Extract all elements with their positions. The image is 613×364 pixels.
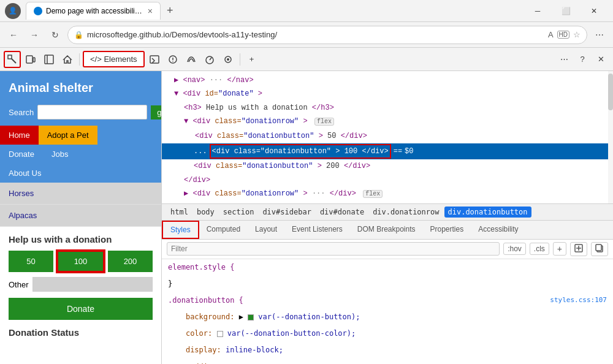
svg-point-9: [172, 61, 173, 62]
devtools-help-btn[interactable]: ?: [574, 51, 591, 68]
breadcrumb-section[interactable]: section: [219, 207, 258, 218]
address-bar[interactable]: 🔒 microsoftedge.github.io/Demos/devtools…: [67, 26, 587, 44]
lock-icon: 🔒: [74, 31, 83, 39]
svg-rect-2: [26, 56, 32, 63]
tree-line-donationrow2[interactable]: ▶ <div class="donationrow" > ··· </div> …: [162, 187, 613, 200]
site-nav-home[interactable]: Home: [0, 126, 39, 145]
read-aloud-icon: A: [548, 30, 554, 39]
breadcrumb-donationrow[interactable]: div.donationrow: [369, 207, 443, 218]
tab-favicon: [34, 7, 42, 15]
tree-line-btn-100[interactable]: ... <div class="donationbutton" > 100 </…: [162, 143, 613, 159]
donation-100-button[interactable]: 100: [57, 251, 104, 272]
site-list-item-alpacas[interactable]: Alpacas: [0, 205, 161, 227]
inspect-element-button[interactable]: [4, 51, 21, 68]
html-tree-scrollbar-thumb[interactable]: [608, 74, 613, 110]
devtools-panel: ▶ <nav> ··· </nav> ▼ <div id="donate" > …: [162, 71, 613, 364]
breadcrumb-sidebar[interactable]: div#sidebar: [259, 207, 314, 218]
donate-submit-button[interactable]: Donate: [9, 298, 153, 320]
element-style-close: }: [162, 276, 613, 292]
breadcrumb-bar: html body section div#sidebar div#donate…: [162, 203, 613, 221]
network-btn[interactable]: [183, 51, 200, 68]
svg-point-13: [227, 58, 229, 61]
color-swatch-color: [217, 331, 223, 337]
styles-filter-input[interactable]: [167, 242, 500, 256]
site-list-item-horses[interactable]: Horses: [0, 183, 161, 205]
donation-50-button[interactable]: 50: [9, 251, 53, 272]
hd-badge: HD: [557, 31, 569, 39]
new-tab-button[interactable]: +: [163, 4, 177, 17]
html-tree-scrollbar[interactable]: [608, 71, 613, 203]
elements-tab[interactable]: </> Elements: [83, 51, 145, 67]
site-search-input[interactable]: [37, 105, 147, 119]
hover-filter-btn[interactable]: :hov: [503, 243, 526, 255]
more-tools-button[interactable]: ⋯: [591, 26, 608, 44]
device-emulation-button[interactable]: [22, 51, 39, 68]
sidebar-toggle-button[interactable]: [40, 51, 58, 68]
styles-panel-content: element.style { } .donationbutton { styl…: [162, 259, 613, 364]
donation-other-input[interactable]: [32, 277, 153, 292]
favorite-icon[interactable]: ☆: [573, 30, 581, 39]
performance-btn[interactable]: [201, 51, 218, 68]
style-prop-padding: padding: ▶ 2px 5px;: [162, 359, 613, 364]
refresh-button[interactable]: ↻: [47, 26, 64, 44]
tab-accessibility[interactable]: Accessibility: [471, 221, 525, 239]
profile-avatar[interactable]: 👤: [5, 3, 21, 19]
more-tools-devtools-btn[interactable]: +: [243, 51, 261, 68]
tree-line-div-donate[interactable]: ▼ <div id="donate" >: [162, 87, 613, 100]
browser-tab[interactable]: Demo page with accessibility iss... ×: [26, 2, 161, 20]
class-filter-btn[interactable]: .cls: [530, 243, 549, 255]
donation-section-title: Help us with a donation: [9, 234, 153, 245]
home-button[interactable]: [59, 51, 76, 68]
tree-line-close-donationrow[interactable]: </div>: [162, 173, 613, 187]
tab-computed[interactable]: Computed: [199, 221, 248, 239]
breadcrumb-body[interactable]: body: [193, 207, 218, 218]
site-nav-adopt[interactable]: Adopt a Pet: [39, 126, 97, 145]
html-tree-area: ▶ <nav> ··· </nav> ▼ <div id="donate" > …: [162, 71, 613, 203]
tree-line-nav[interactable]: ▶ <nav> ··· </nav>: [162, 74, 613, 87]
memory-icon: [223, 55, 233, 64]
tab-close-btn[interactable]: ×: [148, 6, 153, 16]
donation-status-title: Donation Status: [0, 327, 161, 338]
forward-button[interactable]: →: [26, 26, 43, 44]
tab-layout[interactable]: Layout: [248, 221, 284, 239]
svg-rect-18: [596, 245, 601, 251]
site-search-button[interactable]: go: [151, 105, 162, 119]
issues-icon: [168, 55, 178, 64]
html-tree: ▶ <nav> ··· </nav> ▼ <div id="donate" > …: [162, 71, 613, 203]
tab-event-listeners[interactable]: Event Listeners: [284, 221, 350, 239]
tree-line-h3[interactable]: <h3> Help us with a donation </h3>: [162, 101, 613, 115]
console-tab-btn[interactable]: [146, 51, 163, 68]
devtools-more-btn[interactable]: ⋯: [555, 51, 573, 68]
devtools-toolbar: </> Elements + ⋯ ? ✕: [0, 48, 613, 71]
devtools-close-btn[interactable]: ✕: [592, 51, 609, 68]
tree-line-btn-200[interactable]: <div class="donationbutton" > 200 </div>: [162, 159, 613, 173]
memory-btn[interactable]: [219, 51, 237, 68]
tab-styles[interactable]: Styles: [162, 221, 199, 239]
donation-other-row: Other: [9, 277, 153, 292]
close-button[interactable]: ✕: [580, 1, 608, 21]
breadcrumb-donate[interactable]: div#donate: [316, 207, 368, 218]
back-button[interactable]: ←: [5, 26, 22, 44]
tab-dom-breakpoints[interactable]: DOM Breakpoints: [350, 221, 423, 239]
tree-line-btn-50[interactable]: <div class="donationbutton" > 50 </div>: [162, 129, 613, 143]
site-nav-about[interactable]: About Us: [0, 164, 161, 183]
site-nav-row-1: Home Adopt a Pet: [0, 126, 161, 145]
issues-btn[interactable]: [164, 51, 181, 68]
toolbar-separator: [79, 53, 80, 66]
new-style-rule-btn[interactable]: [570, 242, 587, 256]
site-nav-jobs[interactable]: Jobs: [43, 145, 77, 164]
breadcrumb-donationbutton[interactable]: div.donationbutton: [444, 207, 531, 218]
add-style-btn[interactable]: +: [553, 242, 566, 256]
performance-icon: [205, 55, 215, 64]
copy-style-btn[interactable]: [591, 242, 608, 256]
donation-200-button[interactable]: 200: [108, 251, 153, 272]
tab-properties[interactable]: Properties: [423, 221, 471, 239]
main-content: Animal shelter Search go Home Adopt a Pe…: [0, 71, 613, 364]
minimize-button[interactable]: ─: [524, 1, 552, 21]
element-style-rule: element.style {: [162, 259, 613, 276]
site-nav-donate[interactable]: Donate: [0, 145, 43, 164]
style-file-link[interactable]: styles.css:107: [550, 295, 607, 306]
restore-button[interactable]: ⬜: [552, 1, 580, 21]
tree-line-donationrow[interactable]: ▼ <div class="donationrow" > flex: [162, 115, 613, 128]
breadcrumb-html[interactable]: html: [167, 207, 192, 218]
